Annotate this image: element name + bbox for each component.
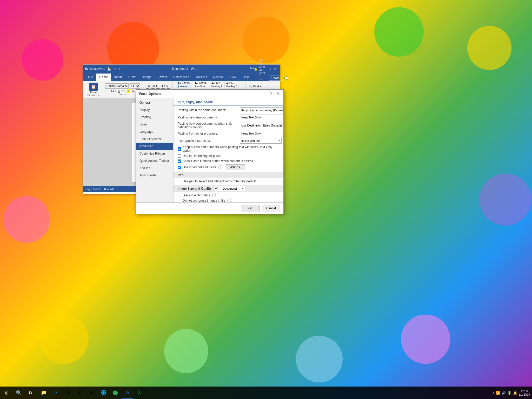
style-heading1[interactable]: AaBbCcHeading 1 (210, 81, 224, 88)
strikethrough-btn[interactable]: ab (122, 89, 125, 93)
style-heading2[interactable]: AaBbCcHeading 2 (224, 81, 239, 88)
underline-btn[interactable]: U (118, 89, 120, 93)
taskbar-word[interactable]: W (122, 387, 133, 399)
pasting-other-programs-select[interactable]: Keep Text Only ▼ (240, 131, 283, 136)
insert-paste-pictures-row: Insert/paste pictures as: In line with t… (174, 137, 283, 144)
compress-info-icon: i (227, 199, 231, 202)
search-taskbar-btn[interactable]: 🔍 (13, 387, 24, 399)
nav-proofing[interactable]: Proofing (136, 114, 173, 121)
taskbar-windows[interactable]: ⊞ (86, 387, 97, 399)
use-smart-cut-paste-checkbox[interactable] (178, 166, 181, 169)
maximize-icon[interactable]: □ (267, 66, 272, 71)
tab-design[interactable]: Design (139, 74, 155, 81)
style-normal[interactable]: AaBbCcDc¶ Normal (176, 81, 192, 88)
nav-add-ins[interactable]: Add-ins (136, 164, 173, 172)
dialog-nav: General Display Proofing Save Language E… (136, 98, 174, 202)
discard-editing-data-checkbox[interactable] (178, 194, 181, 197)
nav-quick-access[interactable]: Quick Access Toolbar (136, 157, 173, 164)
keep-bullets-checkbox-row: Keep bullets and numbers when pasting te… (174, 144, 283, 153)
ok-button[interactable]: OK (242, 205, 260, 212)
tab-view[interactable]: View (227, 74, 240, 81)
tell-me-input[interactable]: Tell me what you want to do (259, 59, 265, 81)
nav-display[interactable]: Display (136, 106, 173, 114)
italic-btn[interactable]: I (115, 89, 116, 93)
chevron-down-icon: ▼ (242, 188, 244, 190)
clock-display[interactable]: 12:00 1/1/2024 (519, 389, 530, 397)
tab-review[interactable]: Review (210, 74, 227, 81)
tab-layout[interactable]: Layout (155, 74, 170, 81)
nav-advanced[interactable]: Advanced (136, 143, 173, 150)
cancel-button[interactable]: Cancel (262, 205, 280, 212)
save-icon[interactable]: 💾 (107, 67, 111, 71)
speaker-icon[interactable]: 🔊 (502, 391, 506, 395)
paste-btn[interactable]: 📋 Paste (89, 83, 98, 94)
taskbar-edge-browser[interactable]: 🌐 (98, 387, 109, 399)
use-insert-key-label: Use the insert key for paste (183, 154, 221, 158)
share-btn[interactable]: Share (269, 76, 282, 81)
tab-insert[interactable]: Insert (111, 74, 125, 81)
taskbar-chrome[interactable]: ⬤ (110, 387, 121, 399)
nav-customize-ribbon[interactable]: Customize Ribbon (136, 150, 173, 157)
comments-icon[interactable]: 💬 (284, 76, 288, 80)
style-no-space[interactable]: AaBbCcDc¶ No Spac (193, 81, 209, 88)
bold-btn[interactable]: B (111, 89, 114, 93)
font-family-select[interactable]: Calibri (Body) (105, 83, 129, 89)
network-icon[interactable]: 📶 (496, 391, 500, 395)
numbering-btn[interactable]: 1≡ (151, 84, 155, 88)
use-insert-key-checkbox[interactable] (178, 154, 181, 158)
taskbar-store[interactable]: 🛍 (62, 387, 73, 399)
keep-bullets-checkbox[interactable] (178, 147, 181, 151)
dialog-content[interactable]: Cut, copy, and paste Pasting within the … (174, 98, 283, 202)
settings-button[interactable]: Settings... (226, 164, 245, 170)
tab-mailings[interactable]: Mailings (192, 74, 210, 81)
indent-more-btn[interactable]: ⇥ (160, 84, 163, 88)
sort-btn[interactable]: ↕A (164, 84, 168, 88)
tab-home[interactable]: Home (96, 74, 111, 81)
use-pen-checkbox[interactable] (178, 180, 181, 183)
taskbar-mail[interactable]: ✉ (74, 387, 85, 399)
use-pen-checkbox-row: Use pen to select and interact with cont… (174, 179, 283, 184)
bullets-btn[interactable]: ≡ (148, 84, 150, 88)
do-not-compress-checkbox[interactable] (178, 199, 181, 202)
chevron-up-icon[interactable]: ∧ (492, 391, 494, 395)
show-paste-options-checkbox[interactable] (178, 159, 181, 163)
word-icon-small: W (215, 187, 218, 190)
use-pen-label: Use pen to select and interact with cont… (183, 179, 256, 183)
word-app-icon: W (125, 390, 129, 395)
tab-references[interactable]: References (170, 74, 192, 81)
task-view-btn[interactable]: ⧉ (24, 387, 36, 399)
start-button[interactable]: ⊞ (0, 387, 13, 399)
undo-icon[interactable]: ↩ (113, 67, 116, 71)
font-color-btn[interactable]: A (132, 89, 134, 93)
nav-language[interactable]: Language (136, 128, 173, 135)
taskbar-excel[interactable]: X (134, 387, 145, 399)
tab-file[interactable]: File (85, 74, 96, 81)
taskbar-edge[interactable]: ℯ (50, 387, 61, 399)
indent-less-btn[interactable]: ⇤ (156, 84, 159, 88)
font-size-select[interactable]: 11 (130, 83, 140, 89)
pasting-style-conflict-select[interactable]: Use Destination Styles (Default) ▼ (240, 123, 283, 128)
taskbar-file-explorer[interactable]: 📁 (38, 387, 49, 399)
find-btn[interactable]: 🔍 Find ▾ (249, 85, 261, 88)
nav-save[interactable]: Save (136, 121, 173, 128)
tab-draw[interactable]: Draw (125, 74, 139, 81)
image-size-quality-doc-select[interactable]: W Document1 ▼ (214, 186, 245, 191)
notification-icon[interactable]: 🔔 (513, 391, 517, 395)
highlight-btn[interactable]: A (127, 89, 130, 93)
nav-trust-center[interactable]: Trust Center (136, 172, 173, 179)
pasting-same-doc-select[interactable]: Keep Source Formatting (Default) ▼ (240, 107, 283, 113)
nav-general[interactable]: General (136, 99, 173, 106)
nav-ease-access[interactable]: Ease of Access (136, 135, 173, 143)
redo-icon[interactable]: ↪ (118, 67, 121, 71)
ribbon-tabs: File Home Insert Draw Design Layout Refe… (83, 73, 280, 81)
tab-help[interactable]: Help (240, 74, 252, 81)
dialog-help-icon[interactable]: ? (268, 91, 274, 96)
pasting-other-programs-label: Pasting from other programs: (178, 132, 240, 135)
close-icon[interactable]: ✕ (273, 66, 278, 71)
dialog-close-icon[interactable]: ✕ (275, 91, 280, 96)
battery-icon[interactable]: 🔋 (507, 391, 511, 395)
pasting-between-docs-select[interactable]: Keep Text Only ▼ (240, 115, 283, 120)
start-icon: ⊞ (5, 390, 8, 395)
insert-paste-pictures-select[interactable]: In line with text ▼ (240, 138, 282, 144)
pasting-style-conflict-label: Pasting between documents when style def… (178, 122, 240, 129)
